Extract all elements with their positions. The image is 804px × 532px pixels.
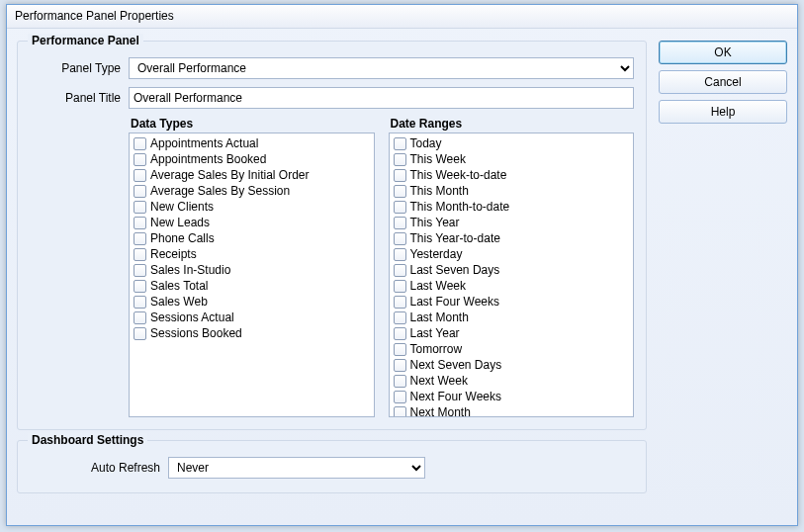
list-item-label: This Month-to-date bbox=[410, 199, 510, 215]
list-item[interactable]: This Week-to-date bbox=[394, 167, 630, 183]
checkbox-icon[interactable] bbox=[394, 201, 406, 214]
list-item[interactable]: Next Month bbox=[394, 404, 630, 417]
checkbox-icon[interactable] bbox=[394, 311, 406, 324]
checkbox-icon[interactable] bbox=[394, 391, 406, 403]
checkbox-icon[interactable] bbox=[134, 185, 146, 198]
list-item[interactable]: Tomorrow bbox=[394, 341, 630, 357]
data-types-title: Data Types bbox=[129, 117, 375, 131]
list-item-label: Next Four Weeks bbox=[410, 389, 501, 404]
date-ranges-list[interactable]: TodayThis WeekThis Week-to-dateThis Mont… bbox=[389, 133, 635, 417]
checkbox-icon[interactable] bbox=[394, 185, 406, 198]
panel-title-input[interactable] bbox=[129, 87, 634, 109]
checkbox-icon[interactable] bbox=[394, 264, 406, 277]
list-item[interactable]: Sessions Booked bbox=[134, 325, 370, 341]
checkbox-icon[interactable] bbox=[134, 217, 146, 229]
list-item[interactable]: Sessions Actual bbox=[134, 310, 370, 325]
client-area: Performance Panel Panel Type Overall Per… bbox=[17, 35, 787, 515]
list-item-label: This Week-to-date bbox=[410, 167, 507, 183]
checkbox-icon[interactable] bbox=[134, 280, 146, 293]
checkbox-icon[interactable] bbox=[394, 217, 406, 229]
list-item-label: Sessions Booked bbox=[150, 325, 242, 341]
checkbox-icon[interactable] bbox=[134, 153, 146, 166]
list-item-label: Tomorrow bbox=[410, 341, 463, 357]
checkbox-icon[interactable] bbox=[134, 264, 146, 277]
list-item[interactable]: This Year-to-date bbox=[394, 230, 630, 246]
dialog-window: Performance Panel Properties Performance… bbox=[6, 4, 798, 526]
checkbox-icon[interactable] bbox=[134, 327, 146, 340]
checkbox-icon[interactable] bbox=[394, 248, 406, 261]
list-item-label: Next Week bbox=[410, 373, 468, 389]
cancel-button[interactable]: Cancel bbox=[659, 70, 787, 94]
list-item[interactable]: Average Sales By Initial Order bbox=[134, 167, 370, 183]
panel-title-label: Panel Title bbox=[30, 91, 129, 105]
list-item[interactable]: Next Seven Days bbox=[394, 357, 630, 373]
list-item[interactable]: This Month bbox=[394, 183, 630, 199]
checkbox-icon[interactable] bbox=[134, 169, 146, 182]
list-item[interactable]: Receipts bbox=[134, 246, 370, 262]
list-item[interactable]: Average Sales By Session bbox=[134, 183, 370, 199]
list-item[interactable]: Next Week bbox=[394, 373, 630, 389]
list-item[interactable]: Phone Calls bbox=[134, 230, 370, 246]
list-item-label: Last Year bbox=[410, 325, 460, 341]
list-item[interactable]: This Month-to-date bbox=[394, 199, 630, 215]
list-item[interactable]: Today bbox=[394, 135, 630, 151]
list-item-label: Yesterday bbox=[410, 246, 463, 262]
list-item-label: Phone Calls bbox=[150, 230, 215, 246]
ok-button[interactable]: OK bbox=[659, 41, 787, 64]
window-title: Performance Panel Properties bbox=[15, 9, 174, 23]
list-item-label: Sales Web bbox=[150, 294, 208, 310]
list-item-label: Last Month bbox=[410, 310, 469, 325]
checkbox-icon[interactable] bbox=[394, 169, 406, 182]
checkbox-icon[interactable] bbox=[134, 232, 146, 245]
list-item[interactable]: Last Seven Days bbox=[394, 262, 630, 278]
list-item[interactable]: This Week bbox=[394, 151, 630, 167]
checkbox-icon[interactable] bbox=[394, 375, 406, 388]
list-item-label: Average Sales By Session bbox=[150, 183, 290, 199]
checkbox-icon[interactable] bbox=[134, 248, 146, 261]
checkbox-icon[interactable] bbox=[394, 280, 406, 293]
list-item[interactable]: Last Four Weeks bbox=[394, 294, 630, 310]
checkbox-icon[interactable] bbox=[394, 232, 406, 245]
checkbox-icon[interactable] bbox=[394, 137, 406, 150]
list-item[interactable]: New Leads bbox=[134, 215, 370, 230]
checkbox-icon[interactable] bbox=[394, 343, 406, 356]
list-item[interactable]: Last Year bbox=[394, 325, 630, 341]
checkbox-icon[interactable] bbox=[134, 311, 146, 324]
titlebar: Performance Panel Properties bbox=[7, 5, 797, 29]
checkbox-icon[interactable] bbox=[134, 137, 146, 150]
performance-panel-legend: Performance Panel bbox=[28, 34, 143, 47]
list-item[interactable]: Last Week bbox=[394, 278, 630, 294]
list-item[interactable]: Next Four Weeks bbox=[394, 389, 630, 404]
list-item[interactable]: Appointments Booked bbox=[134, 151, 370, 167]
checkbox-icon[interactable] bbox=[394, 153, 406, 166]
list-item-label: Sales In-Studio bbox=[150, 262, 230, 278]
list-item[interactable]: New Clients bbox=[134, 199, 370, 215]
list-item-label: New Leads bbox=[150, 215, 210, 230]
list-item-label: Average Sales By Initial Order bbox=[150, 167, 310, 183]
list-item[interactable]: Last Month bbox=[394, 310, 630, 325]
checkbox-icon[interactable] bbox=[394, 359, 406, 372]
checkbox-icon[interactable] bbox=[394, 406, 406, 418]
list-item[interactable]: Yesterday bbox=[394, 246, 630, 262]
help-button[interactable]: Help bbox=[659, 100, 787, 124]
dashboard-settings-legend: Dashboard Settings bbox=[28, 433, 147, 447]
auto-refresh-select[interactable]: Never bbox=[168, 457, 425, 479]
checkbox-icon[interactable] bbox=[394, 327, 406, 340]
checkbox-icon[interactable] bbox=[134, 201, 146, 214]
data-types-block: Data Types Appointments ActualAppointmen… bbox=[129, 117, 375, 417]
list-item[interactable]: Sales Web bbox=[134, 294, 370, 310]
list-item[interactable]: Appointments Actual bbox=[134, 135, 370, 151]
left-column: Performance Panel Panel Type Overall Per… bbox=[17, 35, 647, 515]
panel-type-select[interactable]: Overall Performance bbox=[129, 57, 634, 79]
panel-title-row: Panel Title bbox=[30, 87, 634, 109]
list-item[interactable]: Sales Total bbox=[134, 278, 370, 294]
checkbox-icon[interactable] bbox=[394, 296, 406, 309]
list-item[interactable]: Sales In-Studio bbox=[134, 262, 370, 278]
list-item[interactable]: This Year bbox=[394, 215, 630, 230]
list-item-label: Last Four Weeks bbox=[410, 294, 499, 310]
data-types-list[interactable]: Appointments ActualAppointments BookedAv… bbox=[129, 133, 375, 417]
list-item-label: This Month bbox=[410, 183, 469, 199]
list-item-label: Today bbox=[410, 135, 442, 151]
list-item-label: Last Week bbox=[410, 278, 466, 294]
checkbox-icon[interactable] bbox=[134, 296, 146, 309]
